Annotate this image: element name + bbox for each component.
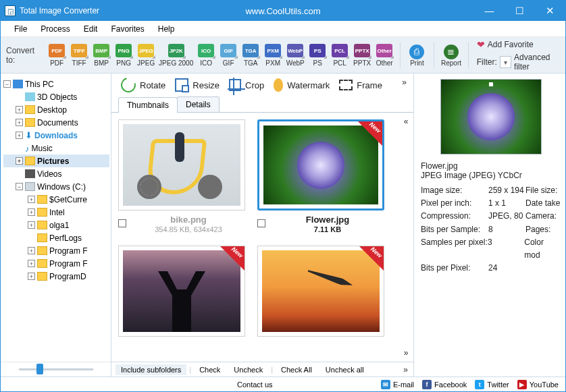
tree-pictures[interactable]: +Pictures — [3, 155, 109, 167]
preview-panel: Flower.jpg JPEG Image (JPEG) YCbCr Image… — [414, 74, 565, 376]
format-other-button[interactable]: OtherOther — [374, 44, 396, 67]
format-bmp-button[interactable]: BMPBMP — [91, 44, 113, 67]
minimize-button[interactable]: — — [474, 1, 505, 21]
collapse-icon[interactable]: − — [16, 183, 23, 190]
format-icon: PDF — [49, 44, 65, 57]
format-png-button[interactable]: PNGPNG — [113, 44, 135, 67]
include-subfolders-toggle[interactable]: Include subfolders — [115, 364, 186, 375]
menu-edit[interactable]: Edit — [77, 21, 105, 36]
menu-file[interactable]: File — [7, 21, 34, 36]
report-button[interactable]: ≣ Report — [438, 45, 464, 67]
tree-videos[interactable]: Videos — [3, 167, 109, 180]
twitter-link[interactable]: tTwitter — [475, 380, 509, 389]
tree-windows-c[interactable]: −Windows (C:) — [3, 180, 109, 193]
expand-icon[interactable]: + — [16, 106, 23, 113]
expand-icon[interactable]: + — [16, 157, 23, 165]
thumbnail-card[interactable]: New — [118, 246, 245, 337]
menu-favorites[interactable]: Favorites — [104, 21, 151, 36]
tree-perflogs[interactable]: PerfLogs — [3, 231, 109, 244]
action-overflow[interactable]: » — [402, 78, 407, 87]
advanced-filter-link[interactable]: Advanced filter — [514, 53, 560, 72]
tree-this-pc[interactable]: −This PC — [3, 78, 109, 90]
filter-dropdown[interactable]: ▾ — [500, 56, 511, 68]
format-label: BMP — [94, 59, 109, 67]
expand-icon[interactable]: + — [28, 221, 35, 229]
tree-documents[interactable]: +Documents — [3, 116, 109, 129]
add-favorite-button[interactable]: ❤ Add Favorite — [477, 39, 534, 50]
thumbnail-size-slider[interactable] — [1, 362, 111, 376]
tree-olga1[interactable]: +olga1 — [3, 219, 109, 231]
resize-button[interactable]: Resize — [175, 78, 220, 92]
menu-help[interactable]: Help — [151, 21, 182, 36]
format-pcl-button[interactable]: PCLPCL — [329, 44, 351, 67]
tree-programd[interactable]: +ProgramD — [3, 270, 109, 283]
watermark-button[interactable]: Watermark — [274, 78, 330, 92]
format-jpeg-button[interactable]: JPEGJPEG — [135, 44, 157, 67]
maximize-button[interactable]: ☐ — [505, 1, 535, 21]
expand-icon[interactable]: + — [28, 247, 35, 254]
youtube-link[interactable]: ▶YouTube — [517, 380, 559, 389]
format-pptx-button[interactable]: PPTXPPTX — [351, 44, 374, 67]
tree-downloads[interactable]: +⬇Downloads — [3, 129, 109, 142]
facebook-link[interactable]: fFacebook — [422, 380, 467, 389]
format-tga-button[interactable]: TGATGA — [240, 44, 262, 67]
expand-icon[interactable]: + — [28, 196, 35, 203]
expand-icon[interactable]: + — [16, 132, 23, 139]
crop-button[interactable]: Crop — [229, 79, 264, 91]
format-pdf-button[interactable]: PDFPDF — [46, 44, 68, 67]
expand-icon[interactable]: + — [28, 260, 35, 267]
tree-programf2[interactable]: +Program F — [3, 257, 109, 270]
thumbnail-frame[interactable] — [118, 119, 245, 211]
folder-icon — [37, 221, 47, 229]
scroll-up[interactable]: « — [401, 117, 411, 126]
slider-thumb[interactable] — [36, 364, 43, 374]
format-gif-button[interactable]: GIFGIF — [217, 44, 240, 67]
folder-tree[interactable]: −This PC 3D Objects +Desktop +Documents … — [1, 74, 111, 362]
scroll-down[interactable]: » — [401, 348, 411, 358]
rotate-button[interactable]: Rotate — [121, 78, 165, 92]
thumbnail-card-selected[interactable]: New Flower.jpg 7.11 KB — [257, 119, 384, 233]
check-button[interactable]: Check — [194, 364, 226, 375]
format-jp2k-button[interactable]: JP2KJPEG 2000 — [157, 44, 195, 67]
tree-getcurre[interactable]: +$GetCurre — [3, 193, 109, 206]
expand-icon[interactable]: + — [16, 119, 23, 126]
format-tiff-button[interactable]: TIFFTIFF — [68, 44, 91, 67]
expand-icon[interactable]: + — [28, 273, 35, 280]
thumbnail-card[interactable]: bike.png 354.85 KB, 634x423 — [118, 119, 245, 233]
bits-sample-value: 8 — [488, 223, 525, 236]
thumbnail-card[interactable]: New — [257, 246, 384, 337]
tree-programf1[interactable]: +Program F — [3, 244, 109, 257]
menubar: File Process Edit Favorites Help — [1, 21, 565, 37]
tree-intel[interactable]: +Intel — [3, 206, 109, 219]
format-icon: JPEG — [138, 44, 154, 57]
frame-button[interactable]: Frame — [339, 80, 382, 90]
format-buttons: PDFPDFTIFFTIFFBMPBMPPNGPNGJPEGJPEGJP2KJP… — [46, 44, 396, 67]
tab-thumbnails[interactable]: Thumbnails — [118, 97, 178, 113]
close-button[interactable]: ✕ — [535, 1, 565, 21]
tree-music[interactable]: ♪Music — [3, 142, 109, 155]
contact-us-link[interactable]: Contact us — [237, 381, 273, 389]
rotate-icon — [118, 75, 138, 95]
check-all-button[interactable]: Check All — [276, 364, 317, 375]
thumbnails-grid[interactable]: bike.png 354.85 KB, 634x423 New Flowe — [111, 113, 413, 362]
thumbnail-frame[interactable]: New — [257, 119, 384, 211]
expand-icon[interactable]: + — [28, 208, 35, 216]
format-ico-button[interactable]: ICOICO — [195, 44, 217, 67]
format-webp-button[interactable]: WebPWebP — [284, 44, 307, 67]
thumbnail-frame[interactable]: New — [118, 246, 245, 337]
print-button[interactable]: ⎙ Print — [405, 45, 430, 67]
format-ps-button[interactable]: PSPS — [307, 44, 329, 67]
uncheck-button[interactable]: Uncheck — [228, 364, 268, 375]
collapse-icon[interactable]: − — [3, 80, 11, 88]
thumbnail-frame[interactable]: New — [257, 246, 384, 337]
thumbnail-checkbox[interactable] — [118, 219, 126, 227]
uncheck-all-button[interactable]: Uncheck all — [320, 364, 369, 375]
selection-overflow[interactable]: » — [403, 365, 408, 374]
format-pxm-button[interactable]: PXMPXM — [262, 44, 284, 67]
menu-process[interactable]: Process — [34, 21, 76, 36]
tree-desktop[interactable]: +Desktop — [3, 103, 109, 116]
tab-details[interactable]: Details — [177, 96, 220, 112]
thumbnail-checkbox[interactable] — [257, 219, 265, 227]
email-link[interactable]: ✉E-mail — [381, 380, 414, 389]
tree-3d-objects[interactable]: 3D Objects — [3, 90, 109, 103]
